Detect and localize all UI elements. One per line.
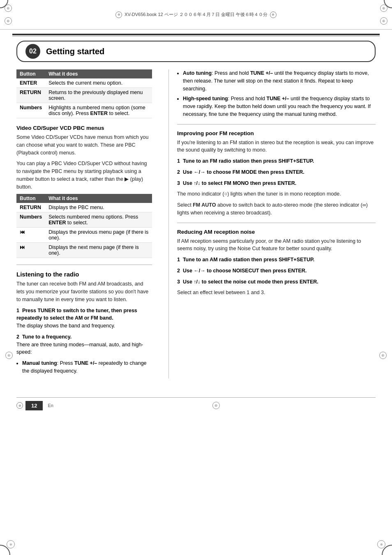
fm-step3: 3 Use ↑/↓ to select FM MONO then press E… (177, 180, 376, 187)
table1-row3-desc: Highlights a numbered menu option (some … (45, 103, 152, 118)
fm-note: Select FM AUTO above to switch back to a… (177, 201, 376, 217)
bullet-highspeed: High-speed tuning: Press and hold TUNE +… (183, 95, 376, 118)
fm-intro: If you're listening to an FM station in … (177, 139, 376, 154)
radio-step2-detail: There are three tuning modes—manual, aut… (16, 342, 143, 355)
table1-row2-desc: Returns to the previously displayed menu… (45, 88, 152, 103)
table1-row2-button: RETURN (16, 88, 45, 103)
table1-row3-button: Numbers (16, 103, 45, 118)
fm-step2: 2 Use ←/→ to choose FM MODE then press E… (177, 168, 376, 176)
table2-row3-desc: Displays the previous menu page (if ther… (45, 228, 152, 243)
table2-col1-header: Button (16, 194, 45, 203)
radio-bullets: Manual tuning: Press TUNE +/– repeatedly… (22, 359, 152, 375)
am-heading: Reducing AM reception noise (177, 229, 376, 235)
vcd-para2: You can play a PBC Video CD/Super VCD wi… (16, 160, 152, 191)
table2-row1-desc: Displays the PBC menu. (45, 203, 152, 212)
page: ⊕ ⊕ ⊕ ⊕ ⊕ XV-DV656.book 12 ページ ２００６年４月７日… (0, 0, 392, 555)
left-column: Button What it does ENTER Selects the cu… (16, 69, 152, 378)
table1-col1-header: Button (16, 69, 45, 78)
table-row: ⏮ Displays the previous menu page (if th… (16, 228, 152, 243)
chapter-title: Getting started (46, 47, 104, 56)
chapter-number: 02 (25, 44, 40, 59)
main-content: Button What it does ENTER Selects the cu… (0, 69, 392, 378)
radio-intro: The tuner can receive both FM and AM bro… (16, 280, 152, 303)
table-row: ENTER Selects the current menu option. (16, 78, 152, 88)
table-row: RETURN Returns to the previously display… (16, 88, 152, 103)
table-row: ⏭ Displays the next menu page (if there … (16, 243, 152, 258)
fm-step1: 1 Tune to an FM radio station then press… (177, 157, 376, 165)
radio-heading: Listening to the radio (16, 271, 152, 278)
table2-row2-desc: Selects numbered menu options. Press ENT… (45, 212, 152, 228)
radio-step1: 1 Press TUNER to switch to the tuner, th… (16, 307, 152, 330)
table1-row1-button: ENTER (16, 78, 45, 88)
am-step3: 3 Use ↑/↓ to select the noise cut mode t… (177, 278, 376, 286)
vcd-para1: Some Video CD/Super VCDs have menus from… (16, 134, 152, 157)
table-row: Numbers Highlights a numbered menu optio… (16, 103, 152, 118)
filename-bar: XV-DV656.book 12 ページ ２００６年４月７日 金曜日 午後６時４… (125, 12, 267, 18)
divider-am (177, 223, 376, 223)
table-row: RETURN Displays the PBC menu. (16, 203, 152, 212)
page-lang: En (48, 403, 53, 408)
table1-row1-desc: Selects the current menu option. (45, 78, 152, 88)
table1-col2-header: What it does (45, 69, 152, 78)
table2-col2-header: What it does (45, 194, 152, 203)
am-step2: 2 Use ←/→ to choose NOISECUT then press … (177, 267, 376, 275)
right-column: Auto tuning: Press and hold TUNE +/– unt… (168, 69, 376, 378)
radio-step1-detail: The display shows the band and frequency… (16, 323, 115, 329)
table2-row2-button: Numbers (16, 212, 45, 228)
radio-step2: 2 Tune to a frequency. There are three t… (16, 333, 152, 356)
divider-fm (177, 124, 376, 124)
table-buttons-2: Button What it does RETURN Displays the … (16, 194, 152, 258)
am-intro: If AM reception seems particularly poor,… (177, 237, 376, 253)
bullet-auto: Auto tuning: Press and hold TUNE +/– unt… (183, 69, 376, 92)
table2-row1-button: RETURN (16, 203, 45, 212)
table-buttons-1: Button What it does ENTER Selects the cu… (16, 69, 152, 118)
chapter-header: 02 Getting started (16, 41, 376, 62)
fm-heading: Improving poor FM reception (177, 130, 376, 136)
am-step3-detail: Select an effect level between 1 and 3. (177, 289, 376, 297)
am-step1: 1 Tune to an AM radio station then press… (177, 256, 376, 264)
vcd-heading: Video CD/Super VCD PBC menus (16, 125, 152, 131)
bullet-manual: Manual tuning: Press TUNE +/– repeatedly… (22, 359, 152, 375)
table-row: Numbers Selects numbered menu options. P… (16, 212, 152, 228)
table2-row4-desc: Displays the next menu page (if there is… (45, 243, 152, 258)
page-number: 12 (25, 401, 43, 410)
table2-row3-button: ⏮ (16, 228, 45, 243)
table2-row4-button: ⏭ (16, 243, 45, 258)
fm-step3-detail: The mono indicator (○) lights when the t… (177, 190, 376, 198)
radio-bullets-continued: Auto tuning: Press and hold TUNE +/– unt… (183, 69, 376, 118)
divider-radio (16, 265, 152, 265)
